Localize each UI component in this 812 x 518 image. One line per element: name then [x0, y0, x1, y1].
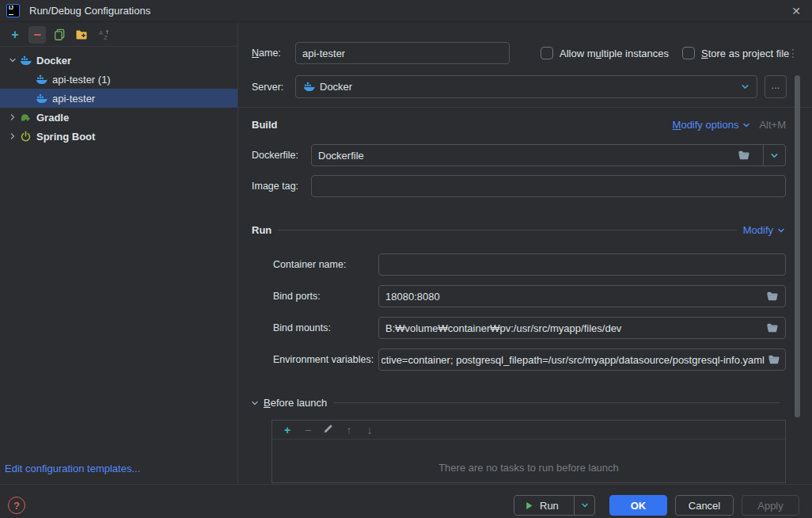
configuration-tree: Docker api-tester (1) api-tester — [0, 51, 237, 146]
bind-mounts-label: Bind mounts: — [273, 322, 331, 333]
name-input[interactable]: api-tester — [295, 42, 510, 64]
run-button-label: Run — [540, 500, 559, 512]
remove-task-button[interactable]: − — [301, 424, 315, 436]
sidebar-toolbar: + − AZ — [0, 23, 237, 47]
move-task-up-button[interactable]: ↑ — [342, 424, 356, 436]
bind-ports-label: Bind ports: — [273, 291, 321, 302]
chevron-down-icon — [740, 82, 750, 92]
build-modify-options: Modify options Alt+M — [673, 119, 786, 131]
folder-icon[interactable] — [768, 353, 780, 366]
run-debug-configurations-dialog: IJ Run/Debug Configurations ✕ + − — [0, 0, 812, 518]
store-as-project-file-checkbox[interactable]: Store as project file — [682, 47, 789, 59]
configurations-sidebar: + − AZ — [0, 23, 238, 483]
svg-text:Z: Z — [104, 34, 108, 40]
modify-options-shortcut: Alt+M — [759, 119, 786, 131]
chevron-down-icon[interactable] — [742, 120, 751, 130]
play-icon — [522, 499, 535, 512]
ellipsis-icon: ... — [772, 79, 780, 91]
apply-button-disabled[interactable]: Apply — [742, 495, 799, 516]
server-select[interactable]: Docker — [295, 75, 757, 98]
chevron-down-icon[interactable] — [6, 55, 19, 65]
move-task-down-button[interactable]: ↓ — [362, 424, 377, 436]
tree-item-label: api-tester — [52, 93, 95, 105]
edit-task-button[interactable] — [321, 423, 336, 436]
chevron-right-icon[interactable] — [6, 131, 19, 141]
docker-icon — [35, 92, 47, 105]
store-as-project-file-label: Store as project file — [701, 48, 789, 59]
close-button[interactable]: ✕ — [787, 2, 806, 20]
modify-options-link[interactable]: Modify options — [673, 119, 739, 131]
docker-icon — [19, 54, 32, 67]
checkbox-icon[interactable] — [541, 47, 553, 59]
before-launch-header: Before launch — [264, 397, 327, 409]
close-icon: ✕ — [791, 5, 801, 17]
container-name-input[interactable] — [378, 253, 786, 276]
chevron-down-icon[interactable] — [250, 398, 260, 408]
header-rule — [278, 230, 736, 230]
run-modify-link[interactable]: Modify — [743, 224, 773, 236]
plus-icon: + — [11, 28, 18, 42]
dockerfile-combobox[interactable]: Dockerfile — [311, 144, 786, 166]
environment-variables-label: Environment variables: — [273, 354, 374, 365]
edit-configuration-templates-link[interactable]: Edit configuration templates... — [5, 463, 140, 474]
checkbox-icon[interactable] — [682, 47, 695, 59]
add-task-button[interactable]: + — [280, 424, 294, 436]
gradle-icon — [19, 111, 32, 124]
chevron-down-icon[interactable] — [776, 226, 786, 235]
configuration-form: Name: api-tester Allow multiple instance… — [238, 23, 812, 483]
dockerfile-label: Dockerfile: — [252, 150, 298, 161]
new-folder-icon — [75, 29, 88, 41]
copy-configuration-button[interactable] — [51, 26, 68, 44]
tree-item-api-tester-selected[interactable]: api-tester — [0, 89, 237, 108]
run-button[interactable]: Run — [514, 495, 595, 516]
tree-item-docker[interactable]: Docker — [0, 51, 237, 70]
before-launch-task-list: + − ↑ ↓ There are no tasks to run before… — [271, 420, 786, 483]
run-options-dropdown-button[interactable] — [574, 496, 594, 515]
docker-icon — [35, 73, 47, 86]
intellij-logo-icon: IJ — [6, 4, 20, 17]
header-rule — [333, 402, 780, 403]
name-label: Name: — [252, 48, 281, 59]
allow-multiple-instances-checkbox[interactable]: Allow multiple instances — [541, 47, 669, 59]
tree-item-label: Gradle — [36, 112, 69, 124]
help-button[interactable]: ? — [8, 497, 25, 514]
folder-icon[interactable] — [738, 149, 750, 162]
server-browse-button[interactable]: ... — [765, 75, 787, 98]
build-section-header: Build — [252, 119, 278, 131]
run-section-header: Run — [252, 224, 271, 236]
tree-item-label: api-tester (1) — [52, 74, 111, 86]
before-launch-header-row: Before launch — [250, 397, 786, 409]
vertical-scrollbar[interactable] — [795, 75, 800, 417]
question-mark-icon: ? — [13, 500, 20, 512]
before-launch-empty-text: There are no tasks to run before launch — [272, 462, 785, 474]
environment-variables-input[interactable]: es_active=container; postgresql_filepath… — [378, 349, 786, 371]
folder-icon[interactable] — [766, 290, 779, 303]
ok-button[interactable]: OK — [609, 495, 667, 516]
new-folder-button[interactable] — [73, 26, 90, 44]
minus-icon: − — [33, 28, 40, 42]
add-configuration-button[interactable]: + — [6, 26, 24, 44]
sort-az-icon: AZ — [97, 29, 110, 41]
tree-item-spring-boot[interactable]: Spring Boot — [0, 127, 237, 146]
docker-icon — [302, 81, 315, 93]
image-tag-label: Image tag: — [252, 181, 298, 192]
bind-mounts-input[interactable]: B:₩volume₩container₩pv:/usr/src/myapp/fi… — [378, 317, 786, 339]
sort-configurations-button[interactable]: AZ — [95, 26, 112, 44]
image-tag-input[interactable] — [311, 175, 786, 197]
copy-icon — [53, 29, 66, 41]
dockerfile-dropdown-button[interactable] — [763, 145, 785, 166]
svg-text:A: A — [98, 29, 102, 36]
allow-multiple-instances-label: Allow multiple instances — [560, 48, 669, 59]
run-section-header-row: Run Modify — [252, 224, 786, 236]
tree-item-gradle[interactable]: Gradle — [0, 108, 237, 127]
kebab-menu-icon[interactable]: ⋮ — [787, 47, 799, 59]
chevron-right-icon[interactable] — [6, 112, 19, 122]
container-name-label: Container name: — [273, 259, 346, 270]
before-launch-toolbar: + − ↑ ↓ — [272, 421, 785, 440]
tree-item-api-tester-1[interactable]: api-tester (1) — [0, 70, 237, 89]
spring-boot-power-icon — [19, 130, 32, 143]
remove-configuration-button[interactable]: − — [28, 26, 46, 44]
bind-ports-input[interactable]: 18080:8080 — [378, 285, 786, 307]
cancel-button[interactable]: Cancel — [675, 495, 734, 516]
folder-icon[interactable] — [766, 322, 779, 334]
